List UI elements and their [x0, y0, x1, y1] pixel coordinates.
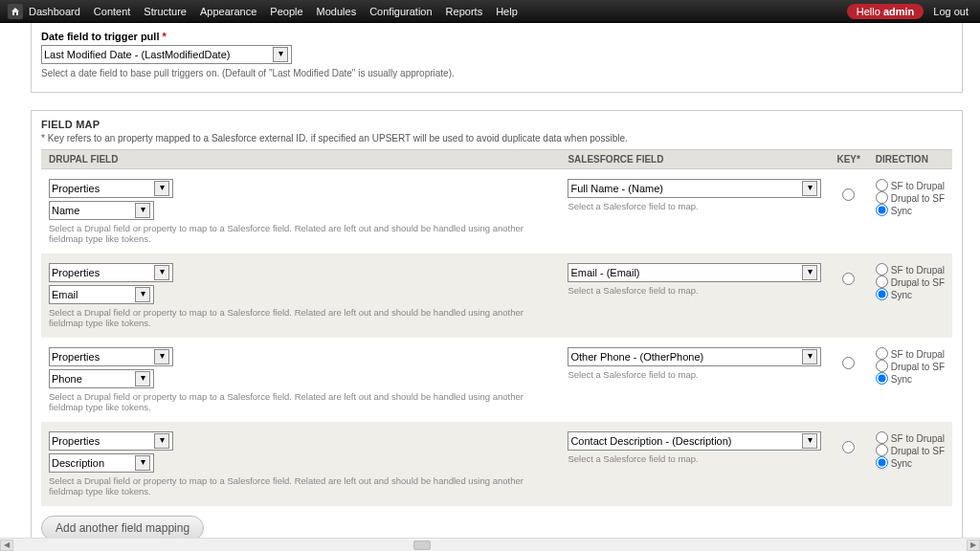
fieldmap-title: FIELD MAP — [41, 119, 952, 130]
date-field-label: Date field to trigger pull * — [41, 31, 952, 42]
col-key: KEY* — [829, 150, 867, 169]
col-dir: DIRECTION — [868, 150, 952, 169]
sf-hint: Select a Salesforce field to map. — [568, 369, 821, 380]
topbar-menu: DashboardContentStructureAppearancePeopl… — [29, 6, 518, 17]
home-icon[interactable] — [8, 4, 23, 19]
topbar-item-structure[interactable]: Structure — [144, 6, 187, 17]
drupal-hint: Select a Drupal field or property to map… — [49, 475, 552, 496]
drupal-type-select[interactable]: Properties — [49, 347, 173, 366]
horizontal-scrollbar[interactable]: ◀ ▶ — [0, 538, 980, 551]
topbar-item-people[interactable]: People — [270, 6, 302, 17]
fieldmap-note: * Key refers to an property mapped to a … — [41, 133, 952, 143]
drupal-field-select[interactable]: Description — [49, 453, 154, 473]
dir-drupal[interactable]: Drupal to SF — [876, 276, 945, 288]
table-row: PropertiesEmailSelect a Drupal field or … — [41, 253, 952, 338]
sf-field-select[interactable]: Full Name - (Name) — [568, 179, 821, 198]
col-sf: SALESFORCE FIELD — [560, 150, 829, 169]
key-radio[interactable] — [842, 357, 855, 369]
table-row: PropertiesDescriptionSelect a Drupal fie… — [41, 422, 952, 506]
dir-sync[interactable]: Sync — [876, 288, 945, 300]
add-mapping-button[interactable]: Add another field mapping — [41, 516, 204, 540]
pull-date-section: Date field to trigger pull * Last Modifi… — [31, 23, 963, 93]
dir-sf[interactable]: SF to Drupal — [876, 179, 945, 191]
table-row: PropertiesPhoneSelect a Drupal field or … — [41, 338, 952, 422]
scroll-track[interactable] — [13, 540, 967, 551]
sf-hint: Select a Salesforce field to map. — [568, 285, 821, 296]
topbar-item-dashboard[interactable]: Dashboard — [29, 6, 80, 17]
sf-field-select[interactable]: Contact Description - (Description) — [568, 431, 821, 451]
topbar-item-content[interactable]: Content — [94, 6, 131, 17]
dir-drupal[interactable]: Drupal to SF — [876, 360, 945, 372]
drupal-type-select[interactable]: Properties — [49, 263, 173, 282]
topbar-item-help[interactable]: Help — [496, 6, 518, 17]
dir-sf[interactable]: SF to Drupal — [876, 431, 945, 444]
drupal-hint: Select a Drupal field or property to map… — [49, 307, 552, 328]
dir-drupal[interactable]: Drupal to SF — [876, 191, 945, 204]
scroll-left-arrow[interactable]: ◀ — [0, 540, 13, 551]
date-field-select[interactable]: Last Modified Date - (LastModifiedDate) — [41, 45, 292, 64]
scroll-thumb[interactable] — [413, 540, 431, 550]
dir-drupal[interactable]: Drupal to SF — [876, 444, 945, 456]
drupal-field-select[interactable]: Name — [49, 201, 154, 220]
key-radio[interactable] — [842, 441, 855, 453]
sf-field-select[interactable]: Email - (Email) — [568, 263, 821, 282]
dir-sync[interactable]: Sync — [876, 372, 945, 385]
dir-sync[interactable]: Sync — [876, 204, 945, 216]
key-radio[interactable] — [842, 188, 855, 201]
hello-badge: Hello admin — [847, 4, 924, 19]
col-drupal: DRUPAL FIELD — [41, 150, 560, 169]
drupal-field-select[interactable]: Phone — [49, 369, 154, 388]
page-scroll[interactable]: Date field to trigger pull * Last Modifi… — [0, 23, 980, 540]
drupal-type-select[interactable]: Properties — [49, 179, 173, 198]
drupal-hint: Select a Drupal field or property to map… — [49, 391, 552, 412]
topbar-item-reports[interactable]: Reports — [446, 6, 483, 17]
date-field-desc: Select a date field to base pull trigger… — [41, 68, 952, 78]
logout-link[interactable]: Log out — [933, 6, 969, 17]
fieldmap-section: FIELD MAP * Key refers to an property ma… — [31, 110, 963, 540]
dir-sync[interactable]: Sync — [876, 456, 945, 469]
topbar-item-appearance[interactable]: Appearance — [200, 6, 256, 17]
drupal-field-select[interactable]: Email — [49, 285, 154, 304]
sf-hint: Select a Salesforce field to map. — [568, 201, 821, 211]
fieldmap-table: DRUPAL FIELD SALESFORCE FIELD KEY* DIREC… — [41, 149, 952, 506]
dir-sf[interactable]: SF to Drupal — [876, 347, 945, 360]
sf-field-select[interactable]: Other Phone - (OtherPhone) — [568, 347, 821, 366]
topbar-item-modules[interactable]: Modules — [317, 6, 357, 17]
admin-topbar: DashboardContentStructureAppearancePeopl… — [0, 0, 980, 23]
sf-hint: Select a Salesforce field to map. — [568, 453, 821, 464]
table-row: PropertiesNameSelect a Drupal field or p… — [41, 169, 952, 254]
drupal-type-select[interactable]: Properties — [49, 431, 173, 451]
topbar-item-configuration[interactable]: Configuration — [369, 6, 432, 17]
key-radio[interactable] — [842, 273, 855, 285]
drupal-hint: Select a Drupal field or property to map… — [49, 223, 552, 244]
dir-sf[interactable]: SF to Drupal — [876, 263, 945, 276]
scroll-right-arrow[interactable]: ▶ — [967, 540, 980, 551]
